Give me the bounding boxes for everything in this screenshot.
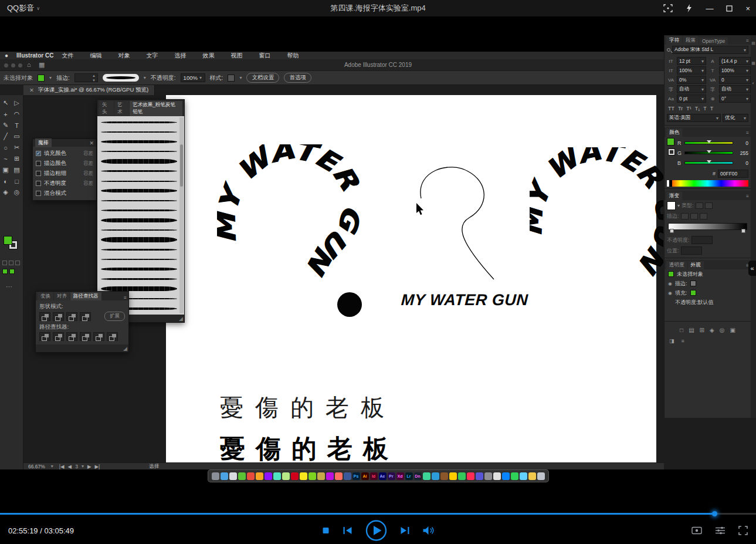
dock-app-icon[interactable]: Xd xyxy=(396,472,404,480)
gradient-stop[interactable] xyxy=(741,229,745,233)
next-button[interactable] xyxy=(400,526,409,535)
layers-panel-icon[interactable]: ≡ xyxy=(682,338,684,344)
checkbox[interactable]: ✓ xyxy=(36,151,41,156)
checkbox[interactable] xyxy=(36,171,41,176)
menu-item[interactable]: 视图 xyxy=(230,52,242,60)
char-setting-field[interactable]: 0%▾ xyxy=(677,76,706,84)
dock-app-icon[interactable] xyxy=(300,472,307,480)
opentype-tab[interactable]: OpenType xyxy=(699,38,728,45)
char-setting-field[interactable]: 0°▾ xyxy=(719,94,751,103)
expand-button[interactable]: 扩展 xyxy=(104,312,125,321)
color-stroke-swatch[interactable] xyxy=(669,149,674,155)
stop-button[interactable] xyxy=(321,526,330,535)
pathfinder-button[interactable] xyxy=(53,332,64,341)
shape-mode-button[interactable] xyxy=(53,312,64,321)
minimize-button[interactable]: — xyxy=(706,4,713,13)
shape-mode-button[interactable] xyxy=(66,312,77,321)
play-button[interactable] xyxy=(365,519,387,542)
scissors-tool[interactable]: ✂ xyxy=(11,142,22,153)
checkbox[interactable] xyxy=(36,181,41,186)
brush-item[interactable] xyxy=(101,265,177,275)
home-icon[interactable]: ⌂ xyxy=(27,61,31,68)
previous-button[interactable] xyxy=(343,526,352,535)
ellipse-tool[interactable]: ○ xyxy=(0,142,11,153)
pathfinder-button[interactable] xyxy=(39,332,50,341)
channel-slider[interactable] xyxy=(684,141,733,144)
draw-mode-buttons[interactable] xyxy=(2,261,20,265)
transform-tab[interactable]: 变换 xyxy=(38,292,53,300)
dock-app-icon[interactable] xyxy=(476,472,483,480)
align-tab[interactable]: 对齐 xyxy=(54,292,70,300)
shape-mode-button[interactable] xyxy=(39,312,50,321)
first-artboard-icon[interactable]: |◀ xyxy=(59,464,65,469)
dock-app-icon[interactable] xyxy=(511,472,518,480)
brush-item[interactable] xyxy=(101,147,177,157)
recent-color-swatches[interactable] xyxy=(2,269,15,274)
pathfinder-tab[interactable]: 路径查找器 xyxy=(70,292,101,300)
dock-app-icon[interactable] xyxy=(458,472,466,480)
dock-app-icon[interactable] xyxy=(440,472,448,480)
appearance-fill-label[interactable]: 填充: xyxy=(675,289,687,297)
volume-button[interactable] xyxy=(422,526,435,535)
resize-handle-icon[interactable]: ◢ xyxy=(179,316,183,322)
preferences-button[interactable]: 首选项 xyxy=(284,73,311,83)
gradient-position-field[interactable] xyxy=(681,246,702,255)
dock-app-icon[interactable] xyxy=(344,472,351,480)
brush-preview[interactable] xyxy=(103,74,139,82)
question-mark-outline-path[interactable] xyxy=(404,162,512,286)
dock-app-icon[interactable]: Id xyxy=(370,472,378,480)
menu-item[interactable]: 编辑 xyxy=(90,52,101,60)
panel-menu-icon[interactable]: ≡ xyxy=(746,130,749,137)
stroke-gradient-option[interactable] xyxy=(690,213,698,219)
brush-item[interactable] xyxy=(101,245,177,255)
checkbox[interactable] xyxy=(36,161,41,166)
brush-item[interactable] xyxy=(101,196,177,206)
char-style-button[interactable]: T₁ xyxy=(695,106,700,111)
pen-tool[interactable]: ✎ xyxy=(0,120,11,131)
traffic-light-buttons[interactable] xyxy=(4,63,22,67)
prev-artboard-icon[interactable]: ◀ xyxy=(68,464,72,469)
style-swatch[interactable] xyxy=(228,75,235,82)
char-setting-field[interactable]: 100%▾ xyxy=(719,66,751,75)
dock-app-icon[interactable] xyxy=(520,472,527,480)
dock-app-icon[interactable] xyxy=(273,472,281,480)
char-style-button[interactable]: Tr xyxy=(678,106,683,111)
dock-icon[interactable]: ◐ xyxy=(752,81,754,85)
brush-item[interactable] xyxy=(101,167,177,177)
dock-app-icon[interactable] xyxy=(423,472,430,480)
visibility-eye-icon[interactable]: ◉ xyxy=(668,290,672,296)
brush-item[interactable] xyxy=(101,274,177,284)
stroke-gradient-option[interactable] xyxy=(681,213,689,219)
channel-value[interactable]: 0 xyxy=(735,160,748,166)
document-tab[interactable]: ✕ 字体课_实操.ai* @ 66.67% (RGB/GPU 预览) xyxy=(23,85,155,95)
char-setting-field[interactable]: 自动▾ xyxy=(677,85,706,93)
appearance-tab[interactable]: 外观 xyxy=(688,261,704,269)
brush-item[interactable] xyxy=(101,225,177,235)
brush-item[interactable] xyxy=(101,255,177,265)
brush-item[interactable] xyxy=(101,186,177,196)
dock-icon[interactable]: ▦ xyxy=(751,61,755,66)
pathfinder-button[interactable] xyxy=(107,332,118,341)
brush-item[interactable] xyxy=(101,137,177,147)
chinese-text-line-2[interactable]: 憂傷的老板 xyxy=(220,432,399,466)
new-artboard-icon[interactable]: □ xyxy=(680,327,683,333)
direct-selection-tool[interactable]: ▷ xyxy=(11,97,22,109)
menu-item[interactable]: 选择 xyxy=(174,52,186,60)
brush-item[interactable] xyxy=(101,127,177,137)
menu-item[interactable]: 帮助 xyxy=(287,52,299,60)
shape-mode-button[interactable] xyxy=(80,312,91,321)
menu-item[interactable]: 窗口 xyxy=(259,52,270,60)
close-icon[interactable]: ✕ xyxy=(89,140,94,146)
stroke-swatch[interactable] xyxy=(690,281,696,286)
dock-app-icon[interactable] xyxy=(256,472,263,480)
artboard-number[interactable]: 3 xyxy=(75,464,78,469)
channel-value[interactable]: 255 xyxy=(735,150,748,156)
magic-wand-tab[interactable]: 魔棒 xyxy=(35,138,52,147)
zoom-level[interactable]: 66.67% xyxy=(28,464,45,469)
mesh-tool[interactable]: ▤ xyxy=(11,164,22,175)
brush-tab[interactable]: 艺术 xyxy=(114,101,129,116)
panel-menu-icon[interactable]: ≡ xyxy=(746,38,749,45)
next-artboard-icon[interactable]: ▶ xyxy=(87,464,91,469)
color-spectrum-bar[interactable] xyxy=(667,180,748,187)
dock-app-icon[interactable] xyxy=(265,472,272,480)
